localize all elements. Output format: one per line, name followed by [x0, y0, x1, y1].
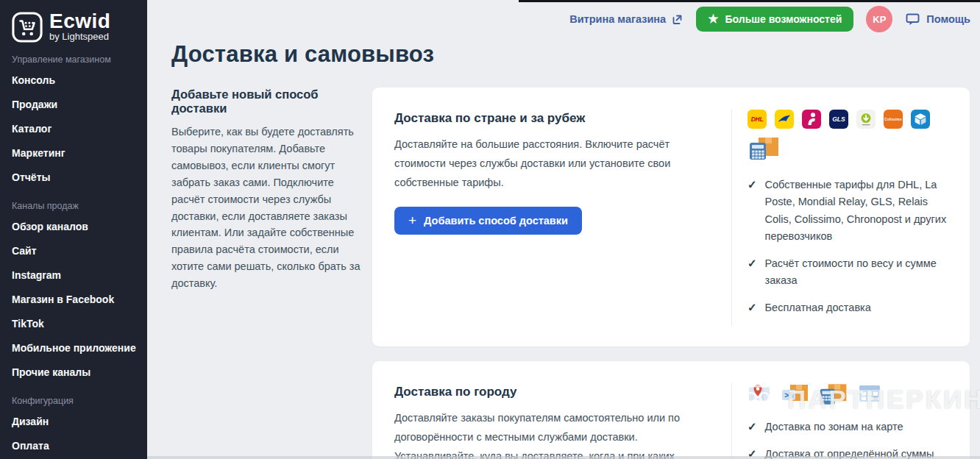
intro-heading: Добавьте новый способ доставки [171, 88, 361, 115]
check-icon: ✓ [748, 419, 757, 435]
logo-title: Ecwid [49, 10, 110, 32]
sidebar-item-console[interactable]: Консоль [12, 68, 140, 92]
sidebar-section-configuration: Конфигурация [12, 396, 140, 406]
storefront-link[interactable]: Витрина магазина [569, 13, 683, 26]
cards-column: Доставка по стране и за рубеж Доставляйт… [372, 88, 970, 459]
sidebar-item-catalog[interactable]: Каталог [12, 116, 140, 140]
sidebar-item-sales[interactable]: Продажи [12, 92, 140, 116]
feature-item: ✓ Собственные тарифы для DHL, La Poste, … [748, 177, 952, 246]
delivery-schedule-icon [857, 384, 882, 405]
sidebar-item-site[interactable]: Сайт [12, 238, 140, 263]
ecwid-cart-icon [12, 12, 43, 43]
check-icon: ✓ [748, 255, 757, 290]
card-international-left: Доставка по стране и за рубеж Доставляйт… [394, 110, 731, 326]
feature-text: Расчёт стоимости по весу и сумме заказа [765, 255, 952, 290]
intro-column: Добавьте новый способ доставки Выберите,… [171, 88, 361, 292]
la-poste-icon [775, 110, 794, 129]
check-icon: ✓ [748, 177, 757, 246]
sidebar-item-instagram[interactable]: Instagram [12, 263, 140, 287]
feature-text: Доставка по зонам на карте [765, 419, 903, 435]
sidebar-item-marketing[interactable]: Маркетинг [12, 140, 140, 165]
top-edge-strip [519, 0, 980, 2]
logo-subtitle: by Lightspeed [49, 31, 110, 42]
mondial-relay-icon [802, 110, 821, 129]
colissimo-icon: Colissimo [884, 110, 903, 129]
dhl-icon: DHL [748, 110, 767, 129]
sidebar-item-reports[interactable]: Отчёты [12, 165, 140, 189]
upgrade-button-label: Больше возможностей [725, 13, 842, 25]
card-local-left: Доставка по городу Доставляйте заказы по… [394, 383, 731, 459]
local-icons-row: >$ [748, 383, 952, 405]
help-link-label: Помощь [926, 13, 970, 25]
storefront-link-label: Витрина магазина [569, 13, 666, 25]
card-local-delivery: Доставка по городу Доставляйте заказы по… [372, 361, 970, 459]
rates-calculator-icon [818, 383, 849, 405]
relais-colis-icon [856, 110, 876, 129]
sidebar-item-design[interactable]: Дизайн [12, 409, 140, 433]
add-shipping-method-button[interactable]: + Добавить способ доставки [394, 207, 582, 235]
plus-icon: + [408, 213, 416, 227]
card-international-shipping: Доставка по стране и за рубеж Доставляйт… [372, 88, 970, 346]
avatar[interactable]: KP [866, 6, 892, 32]
check-icon: ✓ [748, 299, 757, 316]
add-shipping-method-label: Добавить способ доставки [424, 215, 568, 227]
sidebar-item-facebook-store[interactable]: Магазин в Facebook [12, 287, 140, 311]
gls-icon: GLS [829, 110, 848, 129]
sidebar-item-tiktok[interactable]: TikTok [12, 311, 140, 335]
sidebar-item-channels-overview[interactable]: Обзор каналов [12, 214, 140, 238]
sidebar-item-mobile-app[interactable]: Мобильное приложение [12, 335, 140, 360]
external-link-icon [671, 13, 683, 26]
sidebar-section-store-management: Управление магазином [12, 54, 140, 65]
shipping-calculator-icon [748, 137, 952, 160]
sidebar-section-sales-channels: Каналы продаж [12, 201, 140, 211]
sidebar-item-payment[interactable]: Оплата [12, 433, 140, 458]
intro-text: Выберите, как вы будете доставлять товар… [171, 124, 361, 292]
ecwid-logo[interactable]: Ecwid by Lightspeed [12, 10, 140, 43]
content: Добавьте новый способ доставки Выберите,… [147, 88, 980, 459]
sidebar: Ecwid by Lightspeed Управление магазином… [0, 0, 147, 459]
feature-item: ✓ Доставка по зонам на карте [748, 419, 952, 435]
card-international-right: DHL GLS [731, 110, 952, 326]
star-icon: ★ [708, 13, 718, 25]
delivery-zones-map-icon [748, 383, 773, 405]
feature-text: Бесплатная доставка [765, 299, 871, 316]
page-title: Доставка и самовывоз [171, 41, 980, 68]
feature-list-international: ✓ Собственные тарифы для DHL, La Poste, … [748, 177, 952, 316]
feature-list-local: ✓ Доставка по зонам на карте ✓ Доставка … [748, 419, 952, 459]
chat-bubble-icon [905, 12, 920, 26]
upgrade-button[interactable]: ★ Больше возможностей [696, 7, 853, 32]
carrier-icons-row: DHL GLS [748, 110, 952, 160]
card-local-title: Доставка по городу [394, 385, 702, 399]
card-local-right: >$ [731, 383, 952, 459]
chronopost-icon [911, 110, 930, 129]
topbar: Витрина магазина ★ Больше возможностей K… [147, 0, 980, 38]
card-local-description: Доставляйте заказы покупателям самостоят… [394, 409, 702, 459]
card-international-title: Доставка по стране и за рубеж [394, 111, 702, 126]
sidebar-item-other-channels[interactable]: Прочие каналы [12, 360, 140, 384]
help-link[interactable]: Помощь [905, 12, 970, 26]
main-area: Витрина магазина ★ Больше возможностей K… [147, 0, 980, 459]
feature-text: Собственные тарифы для DHL, La Poste, Mo… [765, 177, 952, 246]
card-international-description: Доставляйте на большие расстояния. Включ… [394, 135, 702, 192]
order-amount-condition-icon: >$ [781, 383, 810, 405]
feature-item: ✓ Расчёт стоимости по весу и сумме заказ… [748, 255, 952, 290]
svg-text:>$: >$ [784, 391, 793, 399]
feature-item: ✓ Бесплатная доставка [748, 299, 952, 316]
avatar-initials: KP [873, 14, 886, 25]
bottom-edge-strip [147, 456, 980, 459]
